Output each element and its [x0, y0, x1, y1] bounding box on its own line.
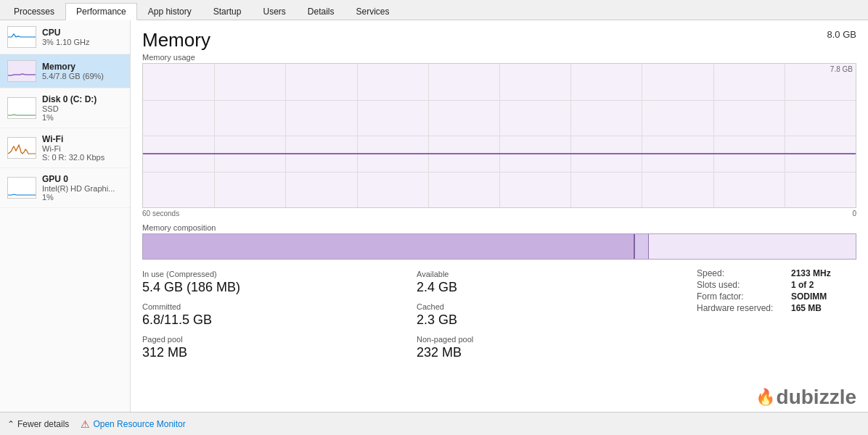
chart-time-row: 60 seconds 0: [142, 210, 856, 218]
grid-v6: [570, 64, 571, 207]
stats-grid: In use (Compressed) 5.4 GB (186 MB) Avai…: [142, 268, 685, 364]
detail-speed: Speed: 2133 MHz: [697, 268, 856, 278]
fewer-details-button[interactable]: ⌃ Fewer details: [7, 419, 69, 429]
wifi-thumbnail: [7, 137, 36, 159]
grid-v9: [785, 64, 785, 207]
composition-label: Memory composition: [142, 223, 856, 232]
detail-hw-reserved: Hardware reserved: 165 MB: [697, 303, 856, 313]
tab-startup[interactable]: Startup: [202, 2, 253, 20]
chart-max-label: 7.8 GB: [830, 65, 853, 73]
grid-v4: [428, 64, 429, 207]
grid-v8: [713, 64, 714, 207]
sidebar: CPU 3% 1.10 GHz Memory 5.4/7.8 GB (69%): [0, 20, 131, 412]
sidebar-item-gpu[interactable]: GPU 0 Intel(R) HD Graphi... 1%: [0, 168, 130, 208]
tab-details[interactable]: Details: [297, 2, 345, 20]
tab-services[interactable]: Services: [345, 2, 401, 20]
stat-in-use: In use (Compressed) 5.4 GB (186 MB): [142, 268, 411, 298]
svg-rect-1: [8, 61, 36, 81]
chart-time-end: 0: [852, 210, 856, 218]
total-memory: 8.0 GB: [827, 29, 856, 40]
stat-non-paged-pool: Non-paged pool 232 MB: [417, 334, 685, 363]
memory-thumbnail: [7, 60, 36, 82]
stat-paged-pool: Paged pool 312 MB: [142, 334, 411, 363]
composition-modified: [635, 234, 650, 259]
open-resource-monitor-link[interactable]: ⚠ Open Resource Monitor: [81, 418, 185, 430]
gpu-thumbnail: [7, 177, 36, 199]
content-header: Memory 8.0 GB: [142, 29, 856, 51]
sidebar-item-memory[interactable]: Memory 5.4/7.8 GB (69%): [0, 54, 130, 88]
memory-info: Memory 5.4/7.8 GB (69%): [42, 62, 123, 80]
disk-info: Disk 0 (C: D:) SSD 1%: [42, 94, 123, 122]
memory-usage-line: [143, 153, 856, 154]
composition-section: Memory composition: [142, 223, 856, 260]
sidebar-item-wifi[interactable]: Wi-Fi Wi-Fi S: 0 R: 32.0 Kbps: [0, 128, 130, 168]
tab-users[interactable]: Users: [252, 2, 296, 20]
chart-label: Memory usage: [142, 53, 856, 62]
resource-monitor-icon: ⚠: [81, 418, 90, 430]
stat-committed: Committed 6.8/11.5 GB: [142, 301, 411, 331]
composition-bar: [142, 233, 856, 260]
grid-v2: [285, 64, 286, 207]
stats-left: In use (Compressed) 5.4 GB (186 MB) Avai…: [142, 268, 685, 364]
page-title: Memory: [142, 29, 210, 51]
stat-cached: Cached 2.3 GB: [417, 301, 685, 331]
main-layout: CPU 3% 1.10 GHz Memory 5.4/7.8 GB (69%): [0, 20, 868, 412]
disk-thumbnail: [7, 97, 36, 119]
svg-rect-3: [8, 138, 36, 158]
stats-details-row: In use (Compressed) 5.4 GB (186 MB) Avai…: [142, 268, 856, 364]
stat-available: Available 2.4 GB: [417, 268, 685, 298]
detail-form-factor: Form factor: SODIMM: [697, 291, 856, 302]
cpu-thumbnail: [7, 26, 36, 48]
chart-time-start: 60 seconds: [142, 210, 179, 218]
grid-v1: [214, 64, 215, 207]
cpu-info: CPU 3% 1.10 GHz: [42, 28, 123, 46]
detail-slots: Slots used: 1 of 2: [697, 280, 856, 290]
memory-usage-section: Memory usage 7.8 GB: [142, 53, 856, 218]
tab-bar: Processes Performance App history Startu…: [0, 0, 868, 20]
tab-performance[interactable]: Performance: [65, 3, 137, 20]
memory-chart: 7.8 GB: [142, 63, 856, 208]
chevron-up-icon: ⌃: [7, 419, 15, 429]
composition-in-use: [143, 234, 635, 259]
content-area: Memory 8.0 GB Memory usage: [131, 20, 868, 412]
grid-v5: [499, 64, 500, 207]
grid-v7: [642, 64, 642, 207]
flame-icon: 🔥: [756, 388, 775, 407]
dubizzle-watermark: 🔥 dubizzle: [756, 386, 856, 409]
grid-v3: [357, 64, 358, 207]
wifi-info: Wi-Fi Wi-Fi S: 0 R: 32.0 Kbps: [42, 134, 123, 162]
bottom-bar: ⌃ Fewer details ⚠ Open Resource Monitor: [0, 412, 868, 435]
tab-app-history[interactable]: App history: [137, 2, 202, 20]
detail-table: Speed: 2133 MHz Slots used: 1 of 2 Form …: [697, 268, 856, 364]
gpu-info: GPU 0 Intel(R) HD Graphi... 1%: [42, 174, 123, 202]
tab-processes[interactable]: Processes: [3, 2, 65, 20]
sidebar-item-cpu[interactable]: CPU 3% 1.10 GHz: [0, 20, 130, 54]
sidebar-item-disk[interactable]: Disk 0 (C: D:) SSD 1%: [0, 88, 130, 128]
